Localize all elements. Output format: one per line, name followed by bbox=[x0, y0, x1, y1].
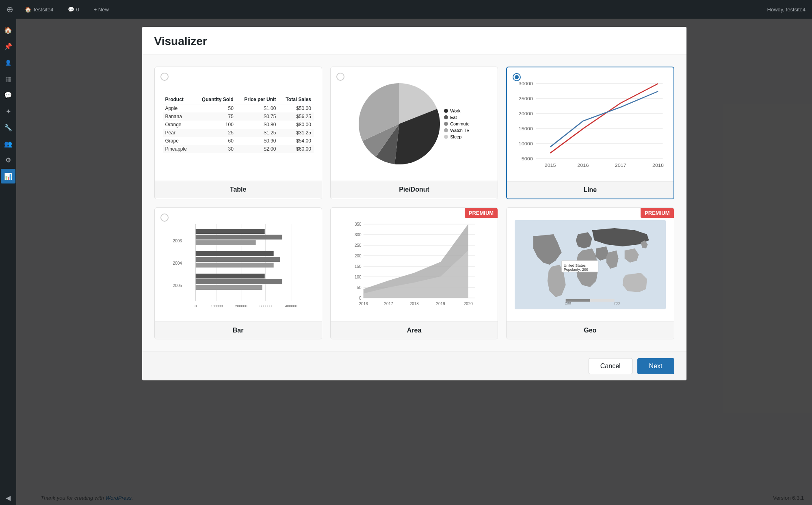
svg-rect-37 bbox=[195, 285, 262, 290]
svg-text:30000: 30000 bbox=[519, 81, 533, 86]
svg-text:200000: 200000 bbox=[235, 304, 247, 308]
cancel-button[interactable]: Cancel bbox=[589, 358, 632, 374]
svg-text:15000: 15000 bbox=[519, 126, 533, 132]
svg-rect-33 bbox=[195, 257, 280, 262]
sidebar-icon-home[interactable]: 🏠 bbox=[1, 23, 15, 37]
sidebar-icon-comments[interactable]: 💬 bbox=[1, 88, 15, 102]
svg-text:0: 0 bbox=[359, 296, 362, 300]
chart-grid: Product Quantity Sold Price per Unit Tot… bbox=[154, 67, 674, 339]
chart-label-bar: Bar bbox=[155, 322, 322, 339]
svg-text:100: 100 bbox=[355, 275, 362, 279]
svg-text:300000: 300000 bbox=[259, 304, 271, 308]
radio-pie[interactable] bbox=[336, 73, 344, 81]
main-layout: 🏠 📌 👤 ▦ 💬 ✦ 🔧 👥 ⚙ 📊 ◀ Visualizer bbox=[0, 19, 812, 505]
chart-label-table: Table bbox=[155, 181, 322, 198]
svg-rect-34 bbox=[195, 263, 273, 268]
svg-text:300: 300 bbox=[355, 233, 362, 237]
svg-text:10000: 10000 bbox=[519, 141, 533, 147]
modal-footer: Cancel Next bbox=[142, 352, 686, 380]
visualizer-modal: Visualizer bbox=[142, 27, 686, 380]
modal-overlay: Visualizer bbox=[16, 19, 812, 505]
svg-rect-29 bbox=[195, 229, 264, 234]
svg-text:150: 150 bbox=[355, 264, 362, 269]
sidebar-icon-tools[interactable]: ⚙ bbox=[1, 153, 15, 167]
svg-text:2020: 2020 bbox=[463, 302, 473, 306]
chart-card-bar[interactable]: 0 100000 200000 300000 400000 bbox=[154, 207, 322, 339]
svg-text:250: 250 bbox=[355, 243, 362, 248]
table-row: Banana75$0.75$56.25 bbox=[163, 112, 314, 121]
chart-card-geo[interactable]: PREMIUM bbox=[506, 207, 674, 339]
sidebar-icon-collapse[interactable]: ◀ bbox=[1, 490, 15, 505]
svg-text:350: 350 bbox=[355, 222, 362, 227]
svg-text:20000: 20000 bbox=[519, 111, 533, 117]
next-button[interactable]: Next bbox=[637, 358, 674, 374]
premium-badge-area: PREMIUM bbox=[465, 208, 498, 218]
chart-label-pie: Pie/Donut bbox=[331, 181, 498, 198]
sidebar-icon-analytics[interactable]: 📊 bbox=[1, 169, 15, 183]
chart-label-area: Area bbox=[331, 322, 498, 339]
chart-card-table[interactable]: Product Quantity Sold Price per Unit Tot… bbox=[154, 67, 322, 199]
svg-text:200: 200 bbox=[355, 254, 362, 258]
area-preview: 350 300 250 200 150 100 50 0 bbox=[339, 220, 489, 309]
svg-text:400000: 400000 bbox=[285, 304, 297, 308]
svg-text:5000: 5000 bbox=[522, 156, 533, 162]
content-area: Visualizer bbox=[16, 19, 812, 505]
chart-card-pie[interactable]: Work Eat Commute bbox=[330, 67, 498, 199]
geo-preview: United States Popularity: 200 200 700 bbox=[515, 220, 665, 309]
modal-body: Product Quantity Sold Price per Unit Tot… bbox=[142, 54, 686, 352]
svg-text:100000: 100000 bbox=[210, 304, 223, 308]
table-row: Pear25$1.25$31.25 bbox=[163, 129, 314, 137]
new-button[interactable]: + New bbox=[91, 5, 112, 14]
svg-rect-35 bbox=[195, 274, 264, 278]
svg-text:2005: 2005 bbox=[173, 283, 182, 288]
legend-work: Work bbox=[444, 108, 470, 113]
table-row: Apple50$1.00$50.00 bbox=[163, 104, 314, 112]
svg-text:25000: 25000 bbox=[519, 96, 533, 101]
table-preview: Product Quantity Sold Price per Unit Tot… bbox=[163, 95, 314, 153]
sidebar-icon-appearance[interactable]: ✦ bbox=[1, 104, 15, 119]
site-name[interactable]: 🏠 testsite4 bbox=[22, 5, 56, 14]
sidebar-icon-plugins[interactable]: 🔧 bbox=[1, 120, 15, 135]
svg-rect-30 bbox=[195, 235, 282, 240]
radio-table[interactable] bbox=[160, 73, 169, 81]
legend-sleep: Sleep bbox=[444, 134, 470, 139]
svg-text:2004: 2004 bbox=[173, 261, 182, 265]
svg-text:0: 0 bbox=[195, 304, 197, 308]
sidebar-icon-user[interactable]: 👤 bbox=[1, 55, 15, 70]
svg-text:United States: United States bbox=[564, 263, 586, 268]
svg-text:200: 200 bbox=[565, 301, 571, 305]
chart-label-geo: Geo bbox=[507, 322, 673, 339]
sidebar-icon-widgets[interactable]: ▦ bbox=[1, 71, 15, 86]
legend-watchtv: Watch TV bbox=[444, 128, 470, 133]
chart-card-line[interactable]: 30000 25000 20000 15000 10000 5000 bbox=[506, 67, 674, 199]
sidebar: 🏠 📌 👤 ▦ 💬 ✦ 🔧 👥 ⚙ 📊 ◀ bbox=[0, 19, 16, 505]
greeting: Howdy, testsite4 bbox=[767, 6, 806, 13]
svg-text:2018: 2018 bbox=[409, 302, 419, 306]
comments-button[interactable]: 💬 0 bbox=[65, 5, 82, 14]
bar-preview: 0 100000 200000 300000 400000 bbox=[163, 220, 314, 309]
svg-text:2018: 2018 bbox=[652, 163, 664, 168]
pie-preview: Work Eat Commute bbox=[359, 83, 470, 164]
table-row: Grape60$0.90$54.00 bbox=[163, 137, 314, 145]
wp-logo[interactable]: ⊕ bbox=[6, 4, 13, 14]
sidebar-icon-users[interactable]: 👥 bbox=[1, 136, 15, 151]
svg-text:700: 700 bbox=[614, 301, 620, 305]
svg-text:Popularity: 200: Popularity: 200 bbox=[564, 268, 588, 272]
svg-text:2016: 2016 bbox=[359, 302, 368, 306]
svg-text:2015: 2015 bbox=[545, 163, 556, 168]
line-preview: 30000 25000 20000 15000 10000 5000 bbox=[515, 80, 665, 169]
legend-commute: Commute bbox=[444, 121, 470, 126]
sidebar-icon-pin[interactable]: 📌 bbox=[1, 39, 15, 54]
svg-text:2017: 2017 bbox=[384, 302, 393, 306]
svg-rect-32 bbox=[195, 251, 273, 256]
radio-bar[interactable] bbox=[160, 214, 169, 222]
legend-eat: Eat bbox=[444, 115, 470, 120]
svg-text:2016: 2016 bbox=[577, 163, 589, 168]
chart-card-area[interactable]: PREMIUM 350 300 250 200 150 bbox=[330, 207, 498, 339]
table-row: Pineapple30$2.00$60.00 bbox=[163, 145, 314, 153]
svg-text:50: 50 bbox=[357, 285, 362, 290]
table-row: Orange100$0.80$80.00 bbox=[163, 121, 314, 129]
svg-rect-31 bbox=[195, 240, 256, 245]
svg-text:2019: 2019 bbox=[436, 302, 445, 306]
modal-title: Visualizer bbox=[154, 35, 674, 48]
